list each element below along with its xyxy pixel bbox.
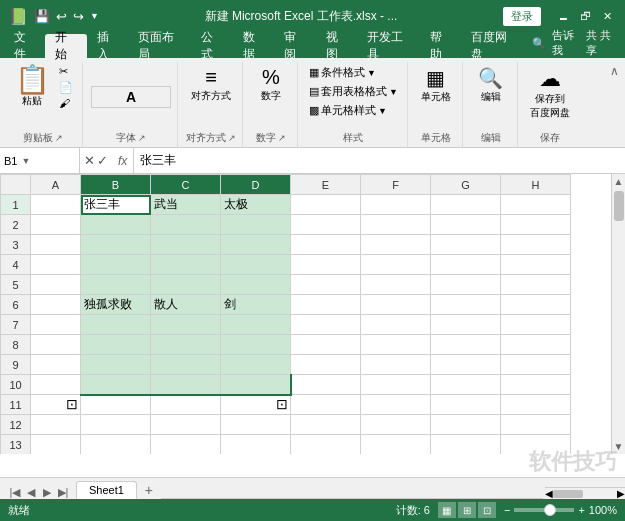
cell-d10[interactable] — [221, 375, 291, 395]
cell-e12[interactable] — [291, 415, 361, 435]
sheet-tab-sheet1[interactable]: Sheet1 — [76, 481, 137, 499]
tab-pagelayout[interactable]: 页面布局 — [128, 34, 191, 58]
confirm-formula-icon[interactable]: ✓ — [97, 153, 108, 168]
cell-d9[interactable] — [221, 355, 291, 375]
cell-g10[interactable] — [431, 375, 501, 395]
tab-baidu[interactable]: 百度网盘 — [461, 34, 524, 58]
cell-f8[interactable] — [361, 335, 431, 355]
table-format-button[interactable]: ▤ 套用表格格式 ▼ — [306, 83, 401, 100]
scrollbar-thumb[interactable] — [614, 191, 624, 221]
cell-b1[interactable]: 张三丰 — [81, 195, 151, 215]
zoom-slider-thumb[interactable] — [544, 504, 556, 516]
cell-e1[interactable] — [291, 195, 361, 215]
formula-input[interactable] — [134, 148, 625, 173]
add-sheet-button[interactable]: + — [139, 481, 159, 499]
tab-formulas[interactable]: 公式 — [191, 34, 232, 58]
cell-e8[interactable] — [291, 335, 361, 355]
cell-a2[interactable] — [31, 215, 81, 235]
cell-h2[interactable] — [501, 215, 571, 235]
cell-a10[interactable] — [31, 375, 81, 395]
format-painter-button[interactable]: 🖌 — [56, 96, 76, 110]
col-header-d[interactable]: D — [221, 175, 291, 195]
cell-f9[interactable] — [361, 355, 431, 375]
cell-b11[interactable] — [81, 395, 151, 415]
sheet-nav-next[interactable]: ▶ — [40, 486, 54, 499]
cell-g8[interactable] — [431, 335, 501, 355]
cells-button[interactable]: ▦ 单元格 — [416, 64, 456, 106]
cell-d4[interactable] — [221, 255, 291, 275]
cell-f5[interactable] — [361, 275, 431, 295]
zoom-slider[interactable] — [514, 508, 574, 512]
close-button[interactable]: ✕ — [597, 6, 617, 26]
vertical-scrollbar[interactable]: ▲ ▼ — [611, 174, 625, 454]
page-break-button[interactable]: ⊡ — [478, 502, 496, 518]
cell-b10[interactable] — [81, 375, 151, 395]
cell-d11[interactable]: ⊡ — [221, 395, 291, 415]
font-expand-icon[interactable]: ↗ — [138, 133, 146, 143]
cell-d7[interactable] — [221, 315, 291, 335]
tab-review[interactable]: 审阅 — [274, 34, 315, 58]
cell-a7[interactable] — [31, 315, 81, 335]
cell-e9[interactable] — [291, 355, 361, 375]
cell-f3[interactable] — [361, 235, 431, 255]
cell-f10[interactable] — [361, 375, 431, 395]
cell-e4[interactable] — [291, 255, 361, 275]
cell-styles-button[interactable]: ▩ 单元格样式 ▼ — [306, 102, 401, 119]
ribbon-collapse-button[interactable]: ∧ — [608, 62, 621, 147]
cell-f6[interactable] — [361, 295, 431, 315]
alignment-expand-icon[interactable]: ↗ — [228, 133, 236, 143]
cell-h10[interactable] — [501, 375, 571, 395]
cell-h4[interactable] — [501, 255, 571, 275]
cell-h8[interactable] — [501, 335, 571, 355]
cell-h3[interactable] — [501, 235, 571, 255]
cell-h12[interactable] — [501, 415, 571, 435]
cell-e7[interactable] — [291, 315, 361, 335]
redo-icon[interactable]: ↪ — [73, 9, 84, 24]
tab-home[interactable]: 开始 — [45, 34, 86, 58]
sheet-nav-last[interactable]: ▶| — [56, 486, 70, 499]
cell-b4[interactable] — [81, 255, 151, 275]
cell-d5[interactable] — [221, 275, 291, 295]
cell-c6[interactable]: 散人 — [151, 295, 221, 315]
col-header-h[interactable]: H — [501, 175, 571, 195]
name-box[interactable]: B1 ▼ — [0, 148, 80, 173]
cell-c5[interactable] — [151, 275, 221, 295]
cell-e13[interactable] — [291, 435, 361, 455]
search-icon[interactable]: 🔍 — [532, 37, 546, 50]
cell-b7[interactable] — [81, 315, 151, 335]
h-scroll-right[interactable]: ▶ — [617, 488, 625, 499]
tab-view[interactable]: 视图 — [316, 34, 357, 58]
cell-e6[interactable] — [291, 295, 361, 315]
paste-button[interactable]: 📋 粘贴 — [10, 64, 54, 110]
cell-f2[interactable] — [361, 215, 431, 235]
cell-f12[interactable] — [361, 415, 431, 435]
cell-h1[interactable] — [501, 195, 571, 215]
cell-b2[interactable] — [81, 215, 151, 235]
cell-b9[interactable] — [81, 355, 151, 375]
col-header-c[interactable]: C — [151, 175, 221, 195]
cell-e5[interactable] — [291, 275, 361, 295]
minimize-button[interactable]: 🗕 — [553, 6, 573, 26]
cell-g4[interactable] — [431, 255, 501, 275]
cell-d1[interactable]: 太极 — [221, 195, 291, 215]
cell-a9[interactable] — [31, 355, 81, 375]
cell-a4[interactable] — [31, 255, 81, 275]
conditional-format-button[interactable]: ▦ 条件格式 ▼ — [306, 64, 401, 81]
cancel-formula-icon[interactable]: ✕ — [84, 153, 95, 168]
font-button[interactable]: A — [91, 86, 171, 108]
cell-f1[interactable] — [361, 195, 431, 215]
horizontal-scrollbar[interactable]: ◀ ▶ — [545, 487, 625, 499]
scroll-down-arrow[interactable]: ▼ — [612, 439, 625, 454]
baidu-save-button[interactable]: ☁ 保存到百度网盘 — [526, 64, 574, 122]
cell-c12[interactable] — [151, 415, 221, 435]
cell-a3[interactable] — [31, 235, 81, 255]
cell-b12[interactable] — [81, 415, 151, 435]
cell-a8[interactable] — [31, 335, 81, 355]
cell-g3[interactable] — [431, 235, 501, 255]
login-button[interactable]: 登录 — [503, 7, 541, 26]
cell-f11[interactable] — [361, 395, 431, 415]
col-header-b[interactable]: B — [81, 175, 151, 195]
cell-b13[interactable] — [81, 435, 151, 455]
sheet-nav-prev[interactable]: ◀ — [24, 486, 38, 499]
copy-button[interactable]: 📄 — [56, 80, 76, 95]
